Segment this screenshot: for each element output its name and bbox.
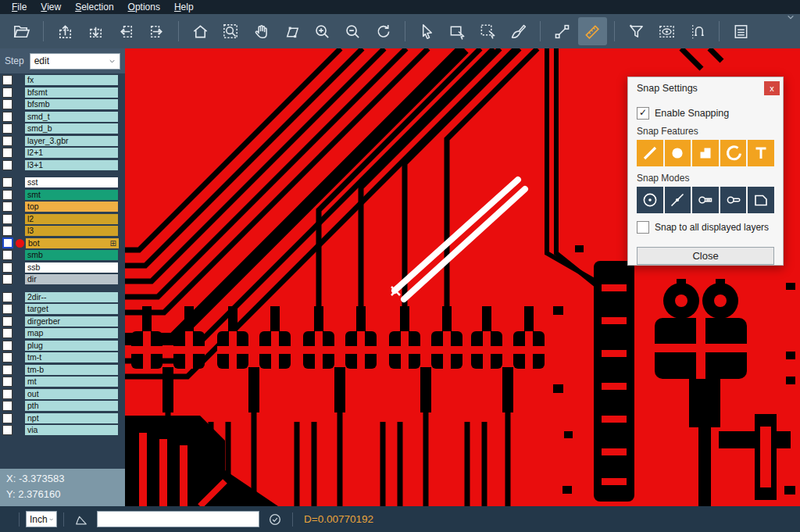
layer-name-field[interactable]: bot⊞ [26,238,119,248]
menu-help[interactable]: Help [167,0,201,14]
layer-name-field[interactable]: smt [25,190,118,200]
layer-name-field[interactable]: tm-t [25,352,118,362]
layer-visibility-checkbox[interactable] [2,413,12,423]
layer-name-field[interactable]: dirgerber [25,316,118,327]
layer-name-field[interactable]: plug [25,341,118,351]
layer-visibility-checkbox[interactable] [2,136,12,146]
layer-visibility-checkbox[interactable] [2,87,12,98]
snap-mode-pad-exit-button[interactable] [720,187,747,213]
layer-name-field[interactable]: layer_3.gbr [25,136,118,146]
menu-selection[interactable]: Selection [68,0,120,14]
snap-settings-button[interactable] [683,17,712,45]
snap-mode-vertex-button[interactable] [748,187,774,213]
layer-name-field[interactable]: dir [25,274,118,284]
menu-options[interactable]: Options [121,0,167,14]
layer-visibility-checkbox[interactable] [2,237,13,248]
layer-name-field[interactable]: sst [25,177,118,187]
layer-name-field[interactable]: l3+1 [25,160,118,170]
home-view-button[interactable] [186,17,215,45]
layer-name-field[interactable]: target [25,304,118,314]
snap-mode-pad-entry-button[interactable] [692,187,719,213]
enable-snapping-checkbox[interactable]: ✓ [637,107,649,120]
layer-name-field[interactable]: smb [25,250,118,260]
brush-button[interactable] [504,17,533,45]
layer-name-field[interactable]: bfsmt [25,87,118,98]
layer-name-field[interactable]: out [25,389,118,399]
layer-visibility-checkbox[interactable] [2,304,12,314]
zoom-object-button[interactable] [277,17,306,45]
toolbar-overflow-chevron-down-icon[interactable] [784,11,797,23]
layer-name-field[interactable]: pth [25,401,118,411]
layer-visibility-checkbox[interactable] [2,112,12,122]
dialog-title-bar[interactable]: Snap Settings x [628,77,783,99]
corner-angle-icon[interactable] [73,512,89,527]
select-rect-button[interactable] [443,17,472,45]
layer-visibility-checkbox[interactable] [2,202,12,212]
layer-visibility-checkbox[interactable] [2,214,12,224]
layer-visibility-checkbox[interactable] [2,328,12,338]
layer-name-field[interactable]: l2 [25,214,118,224]
layer-visibility-checkbox[interactable] [2,274,12,284]
box-arrow-right-button[interactable] [142,17,171,45]
menu-view[interactable]: View [34,0,68,14]
layer-name-field[interactable]: mt [25,377,118,387]
layer-visibility-checkbox[interactable] [2,250,12,260]
menu-file[interactable]: File [5,0,34,14]
select-reference-button[interactable] [473,17,502,45]
layer-visibility-checkbox[interactable] [2,262,12,273]
ruler-button[interactable] [578,17,607,45]
open-file-button[interactable] [7,17,36,45]
layer-name-field[interactable]: smd_b [25,123,118,134]
measure-input[interactable] [97,511,259,527]
layer-name-field[interactable]: map [25,328,118,338]
step-dropdown[interactable]: edit [30,53,120,70]
zoom-window-button[interactable] [216,17,245,45]
layer-visibility-checkbox[interactable] [2,123,12,134]
layer-name-field[interactable]: npt [25,413,118,423]
layer-visibility-checkbox[interactable] [2,341,12,351]
layer-visibility-checkbox[interactable] [2,377,12,387]
box-arrow-up-button[interactable] [51,17,80,45]
layer-visibility-checkbox[interactable] [2,365,12,375]
layer-visibility-checkbox[interactable] [2,389,12,399]
layer-visibility-checkbox[interactable] [2,75,12,85]
layer-name-field[interactable]: l3 [25,226,118,236]
layer-visibility-checkbox[interactable] [2,316,12,327]
layer-visibility-checkbox[interactable] [2,352,12,362]
layer-visibility-checkbox[interactable] [2,148,12,158]
close-button[interactable]: Close [637,247,774,265]
snap-feature-text-button[interactable] [748,140,774,166]
snap-feature-arc-button[interactable] [720,140,747,166]
pan-button[interactable] [247,17,276,45]
layer-name-field[interactable]: fx [25,75,118,85]
snap-all-layers-checkbox[interactable] [637,221,649,234]
dialog-close-button[interactable]: x [764,81,780,95]
filter-button[interactable] [622,17,651,45]
zoom-out-button[interactable] [338,17,367,45]
layer-name-field[interactable]: via [25,425,118,435]
layer-visibility-checkbox[interactable] [2,99,12,109]
zoom-previous-button[interactable] [369,17,398,45]
select-cursor-button[interactable] [412,17,441,45]
view-options-button[interactable] [652,17,681,45]
layer-visibility-checkbox[interactable] [2,401,12,411]
layer-visibility-checkbox[interactable] [2,226,12,236]
layer-visibility-checkbox[interactable] [2,190,12,200]
layer-visibility-checkbox[interactable] [2,292,12,302]
layer-name-field[interactable]: ssb [25,262,118,273]
snap-mode-center-button[interactable] [637,187,663,213]
layer-visibility-checkbox[interactable] [2,177,12,187]
circle-check-icon[interactable] [267,512,283,527]
snap-feature-pad-button[interactable] [665,140,691,166]
layer-visibility-checkbox[interactable] [2,425,12,435]
zoom-in-button[interactable] [308,17,337,45]
layer-name-field[interactable]: bfsmb [25,99,118,109]
layer-name-field[interactable]: 2dir-- [25,292,118,302]
layer-name-field[interactable]: top [25,202,118,212]
layer-name-field[interactable]: l2+1 [25,148,118,158]
layer-name-field[interactable]: smd_t [25,112,118,122]
unit-dropdown[interactable]: Inch [26,511,57,527]
box-arrow-down-button[interactable] [81,17,110,45]
layer-visibility-checkbox[interactable] [2,160,12,170]
box-arrow-left-button[interactable] [112,17,141,45]
